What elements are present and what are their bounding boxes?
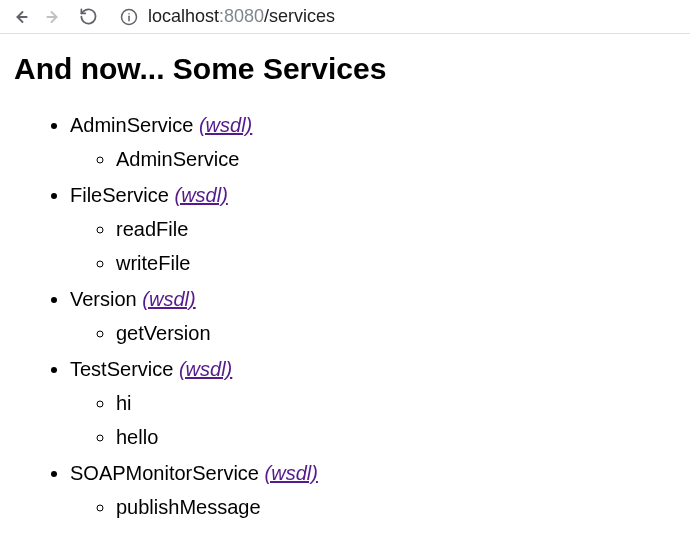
- methods-list: readFile writeFile: [70, 214, 676, 278]
- method-item: hi: [116, 388, 676, 418]
- wsdl-link[interactable]: (wsdl): [142, 288, 195, 310]
- method-item: AdminService: [116, 144, 676, 174]
- method-item: getVersion: [116, 318, 676, 348]
- method-item: readFile: [116, 214, 676, 244]
- method-item: writeFile: [116, 248, 676, 278]
- service-name: FileService: [70, 184, 169, 206]
- method-item: hello: [116, 422, 676, 452]
- page-content: And now... Some Services AdminService (w…: [0, 34, 690, 546]
- svg-point-4: [128, 12, 130, 14]
- method-item: publishMessage: [116, 492, 676, 522]
- back-icon[interactable]: [10, 7, 30, 27]
- service-item: SOAPMonitorService (wsdl) publishMessage: [70, 458, 676, 522]
- wsdl-link[interactable]: (wsdl): [174, 184, 227, 206]
- service-name: TestService: [70, 358, 173, 380]
- address-bar[interactable]: localhost:8080/services: [112, 6, 680, 27]
- service-item: Version (wsdl) getVersion: [70, 284, 676, 348]
- services-list: AdminService (wsdl) AdminService FileSer…: [14, 110, 676, 522]
- page-title: And now... Some Services: [14, 52, 676, 86]
- reload-icon[interactable]: [78, 7, 98, 27]
- forward-icon[interactable]: [44, 7, 64, 27]
- info-icon[interactable]: [120, 8, 138, 26]
- service-item: FileService (wsdl) readFile writeFile: [70, 180, 676, 278]
- wsdl-link[interactable]: (wsdl): [265, 462, 318, 484]
- service-name: Version: [70, 288, 137, 310]
- url-port: :8080: [219, 6, 264, 26]
- methods-list: AdminService: [70, 144, 676, 174]
- url-text: localhost:8080/services: [148, 6, 335, 27]
- nav-controls: [10, 7, 98, 27]
- methods-list: getVersion: [70, 318, 676, 348]
- service-item: AdminService (wsdl) AdminService: [70, 110, 676, 174]
- url-path: /services: [264, 6, 335, 26]
- browser-toolbar: localhost:8080/services: [0, 0, 690, 34]
- service-name: AdminService: [70, 114, 193, 136]
- service-item: TestService (wsdl) hi hello: [70, 354, 676, 452]
- methods-list: publishMessage: [70, 492, 676, 522]
- methods-list: hi hello: [70, 388, 676, 452]
- service-name: SOAPMonitorService: [70, 462, 259, 484]
- wsdl-link[interactable]: (wsdl): [199, 114, 252, 136]
- wsdl-link[interactable]: (wsdl): [179, 358, 232, 380]
- url-host: localhost: [148, 6, 219, 26]
